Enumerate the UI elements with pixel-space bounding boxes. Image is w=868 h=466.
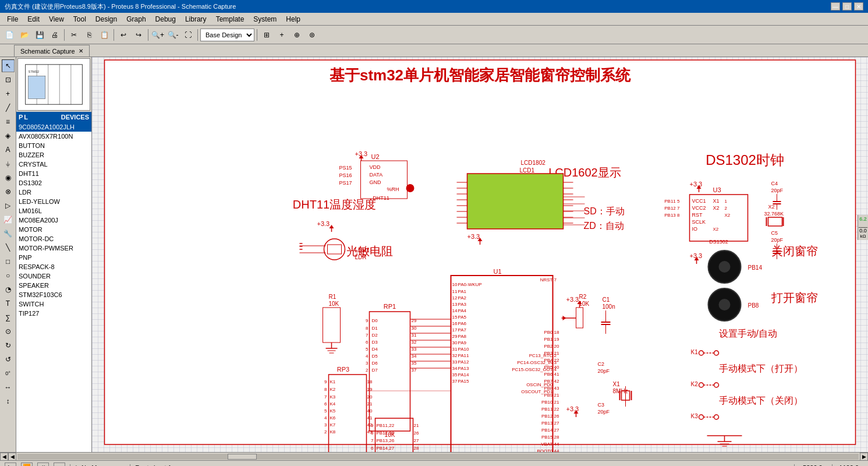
net-button[interactable]: ⊛ [305, 28, 319, 42]
instrument-tool[interactable]: 🔧 [2, 227, 15, 240]
arc-tool[interactable]: ◔ [2, 283, 15, 296]
device-item-1[interactable]: AVX0805X7R100N [16, 132, 91, 141]
text-tool[interactable]: T [2, 297, 15, 310]
open-button[interactable]: 📂 [17, 28, 31, 42]
scroll-left2-button[interactable]: ◀ [8, 453, 16, 461]
tape-tool[interactable]: ▷ [2, 199, 15, 212]
device-item-5[interactable]: DHT11 [16, 169, 91, 178]
power-tool[interactable]: ⏚ [2, 157, 15, 170]
svg-text:PC13_RTC: PC13_RTC [529, 353, 553, 358]
circle-tool[interactable]: ○ [2, 269, 15, 282]
symbol-tool[interactable]: ∑ [2, 311, 15, 324]
zoom-in-button[interactable]: 🔍+ [151, 28, 165, 42]
device-item-13[interactable]: MOTOR-PWMSER [16, 243, 91, 253]
schematic-tab[interactable]: Schematic Capture ✕ [14, 45, 90, 57]
mirror-v-tool[interactable]: ↕ [2, 395, 15, 408]
rotate-cw-tool[interactable]: ↻ [2, 339, 15, 352]
play-button[interactable]: ▶ [5, 463, 16, 467]
library-icon[interactable]: P [19, 114, 23, 121]
svg-text:PC15-OSC32_OUT: PC15-OSC32_OUT [512, 367, 552, 372]
minimize-button[interactable]: — [831, 2, 840, 10]
h-scrollbar[interactable]: ◀ ◀ ▶ [0, 452, 868, 460]
copy-button[interactable]: ⎘ [82, 28, 96, 42]
title-controls[interactable]: — □ ✕ [831, 2, 863, 10]
device-item-2[interactable]: BUTTON [16, 141, 91, 150]
fit-button[interactable]: ⛶ [181, 28, 195, 42]
bus-tool[interactable]: ≡ [2, 115, 15, 128]
device-item-3[interactable]: BUZZER [16, 150, 91, 160]
device-item-11[interactable]: MOTOR [16, 225, 91, 234]
menu-template[interactable]: Template [211, 14, 249, 24]
menu-graph[interactable]: Graph [122, 14, 150, 24]
device-item-15[interactable]: RESPACK-8 [16, 262, 91, 271]
svg-text:27: 27 [554, 428, 559, 433]
line-tool[interactable]: ╲ [2, 241, 15, 254]
menu-design[interactable]: Design [91, 14, 122, 24]
library2-icon[interactable]: L [24, 114, 28, 121]
origin-tool[interactable]: ⊙ [2, 325, 15, 338]
print-button[interactable]: 🖨 [48, 28, 62, 42]
save-button[interactable]: 💾 [33, 28, 47, 42]
svg-text:4: 4 [554, 367, 557, 372]
tab-close-button[interactable]: ✕ [79, 48, 83, 54]
component-button[interactable]: ⊞ [260, 28, 274, 42]
step-button[interactable]: ⏩ [21, 463, 33, 467]
svg-text:R1: R1 [329, 294, 336, 300]
rotate-ccw-tool[interactable]: ↺ [2, 353, 15, 366]
graph-tool[interactable]: 📈 [2, 213, 15, 226]
box-tool[interactable]: □ [2, 255, 15, 268]
wire-tool[interactable]: ╱ [2, 101, 15, 114]
menu-debug[interactable]: Debug [151, 14, 180, 24]
svg-text:42: 42 [554, 379, 559, 384]
scroll-right-button[interactable]: ▶ [860, 453, 868, 461]
undo-button[interactable]: ↩ [116, 28, 130, 42]
component-tool[interactable]: ⊡ [2, 73, 15, 86]
new-button[interactable]: 📄 [2, 28, 16, 42]
menu-file[interactable]: File [2, 14, 23, 24]
device-item-9[interactable]: LM016L [16, 206, 91, 216]
menu-library[interactable]: Library [180, 14, 211, 24]
design-select[interactable]: Base Design [200, 29, 254, 41]
device-item-12[interactable]: MOTOR-DC [16, 234, 91, 243]
cut-button[interactable]: ✂ [67, 28, 81, 42]
device-item-10[interactable]: MC08EA200J [16, 216, 91, 225]
device-item-6[interactable]: DS1302 [16, 178, 91, 188]
canvas-area[interactable]: 基于stm32单片机智能家居智能窗帘控制系统 DHT11温度湿度 U2 VDD … [92, 57, 868, 452]
device-item-18[interactable]: STM32F103C6 [16, 290, 91, 299]
zoom-out-button[interactable]: 🔍- [166, 28, 180, 42]
maximize-button[interactable]: □ [842, 2, 852, 10]
junction-tool[interactable]: + [2, 87, 15, 100]
wire-button[interactable]: + [275, 28, 289, 42]
svg-text:4: 4 [324, 415, 327, 421]
device-item-16[interactable]: SOUNDER [16, 271, 91, 281]
select-tool[interactable]: ↖ [2, 59, 15, 72]
menu-tool[interactable]: Tool [69, 14, 91, 24]
menu-help[interactable]: Help [281, 14, 305, 24]
device-item-17[interactable]: SPEAKER [16, 281, 91, 290]
device-item-8[interactable]: LED-YELLOW [16, 197, 91, 206]
menu-view[interactable]: View [44, 14, 69, 24]
label-tool[interactable]: A [2, 143, 15, 156]
device-item-7[interactable]: LDR [16, 188, 91, 197]
net-tool[interactable]: ◈ [2, 129, 15, 142]
h-scroll-thumb[interactable] [228, 454, 257, 460]
mirror-h-tool[interactable]: ↔ [2, 381, 15, 394]
bus-button[interactable]: ⊕ [290, 28, 304, 42]
paste-button[interactable]: 📋 [97, 28, 111, 42]
stop-button[interactable]: ⏹ [54, 463, 65, 467]
menu-edit[interactable]: Edit [23, 14, 44, 24]
device-item-14[interactable]: PNP [16, 253, 91, 262]
device-item-20[interactable]: TIP127 [16, 309, 91, 318]
probe-tool[interactable]: ⊗ [2, 185, 15, 198]
menu-system[interactable]: System [249, 14, 281, 24]
scroll-left-button[interactable]: ◀ [0, 453, 8, 461]
redo-button[interactable]: ↪ [132, 28, 146, 42]
device-item-4[interactable]: CRYSTAL [16, 160, 91, 169]
canvas-grid[interactable]: 基于stm32单片机智能家居智能窗帘控制系统 DHT11温度湿度 U2 VDD … [92, 57, 868, 452]
svg-text:X1: X1 [713, 198, 720, 204]
close-button[interactable]: ✕ [854, 2, 863, 10]
device-item-19[interactable]: SWITCH [16, 299, 91, 309]
pause-button[interactable]: ⏸ [37, 463, 49, 467]
device-item-0[interactable]: 9C08052A1002JLH [16, 122, 91, 132]
marker-tool[interactable]: ◉ [2, 171, 15, 184]
